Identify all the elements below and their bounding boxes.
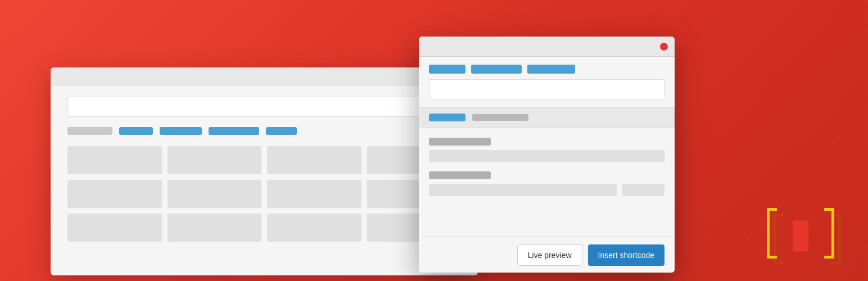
- bracket-device: [793, 221, 808, 252]
- dialog-tabs: [419, 57, 675, 79]
- dialog-footer: Live preview Insert shortcode: [419, 237, 675, 273]
- bg-tabs: [51, 117, 478, 135]
- bracket-left: [767, 208, 777, 259]
- bg-grid-cell: [67, 146, 162, 174]
- close-button[interactable]: [660, 43, 668, 51]
- dialog-label-2: [429, 171, 491, 179]
- insert-shortcode-button[interactable]: Insert shortcode: [588, 244, 664, 266]
- dialog-search-row: [419, 79, 675, 107]
- dialog-subtab-active[interactable]: [429, 114, 465, 121]
- dialog-search-box[interactable]: [429, 79, 664, 99]
- dialog-bottom-row: [429, 184, 664, 196]
- bg-grid-cell: [67, 180, 162, 208]
- bg-search: [67, 97, 461, 117]
- bg-grid-cell: [267, 214, 361, 242]
- dialog-subtab-inactive[interactable]: [472, 114, 528, 121]
- bg-grid-cell: [267, 146, 361, 174]
- bg-titlebar: [51, 67, 478, 85]
- bg-tab-gray: [67, 127, 112, 135]
- dialog-content-bar-wide: [429, 184, 617, 196]
- bg-grid-cell: [67, 214, 162, 242]
- dialog-content: [419, 128, 675, 196]
- dialog-content-bar-narrow: [622, 184, 664, 196]
- bracket-right: [824, 208, 834, 259]
- dialog-window: Live preview Insert shortcode: [419, 37, 675, 273]
- bg-tab-blue-1: [119, 127, 153, 135]
- bg-grid-cell: [168, 146, 262, 174]
- bg-grid: [51, 135, 478, 253]
- bg-tab-blue-2: [160, 127, 202, 135]
- bracket-icon: [767, 208, 834, 264]
- dialog-tab-2[interactable]: [471, 65, 522, 74]
- bg-grid-cell: [267, 180, 361, 208]
- dialog-tab-1[interactable]: [429, 65, 465, 74]
- bg-tab-blue-4: [266, 127, 297, 135]
- bg-tab-blue-3: [209, 127, 259, 135]
- dialog-subtabs: [419, 107, 675, 128]
- dialog-tab-3[interactable]: [527, 65, 575, 74]
- bg-grid-cell: [168, 180, 262, 208]
- dialog-label-1: [429, 138, 491, 146]
- dialog-titlebar: [419, 37, 675, 57]
- live-preview-button[interactable]: Live preview: [517, 244, 582, 266]
- background-window: [51, 67, 478, 275]
- dialog-content-bar-1: [429, 150, 664, 162]
- bg-grid-cell: [168, 214, 262, 242]
